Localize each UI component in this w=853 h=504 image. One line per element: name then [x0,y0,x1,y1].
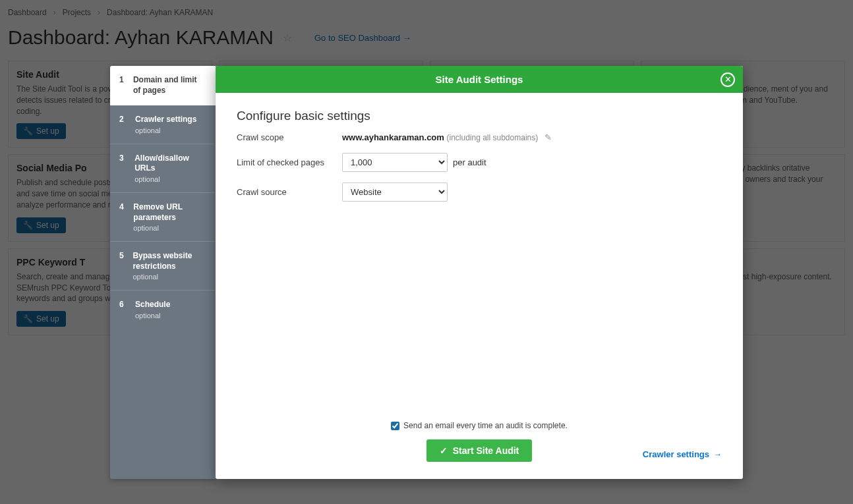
section-title: Configure basic settings [237,109,722,123]
limit-after: per audit [453,157,486,167]
modal-container: 1 Domain and limit of pages 2 Crawler se… [110,66,743,479]
wizard-step-1[interactable]: 1 Domain and limit of pages [110,66,216,105]
step-label: Remove URL parameters [133,202,182,222]
start-audit-label: Start Site Audit [453,445,519,456]
step-optional: optional [133,224,206,232]
wizard-step-4[interactable]: 4 Remove URL parametersoptional [110,193,216,242]
limit-label: Limit of checked pages [237,157,342,167]
step-label: Crawler settings [135,115,196,124]
limit-select[interactable]: 1,000 [342,153,448,172]
step-label: Schedule [135,300,170,309]
source-row: Crawl source Website [237,182,722,202]
modal-body: Configure basic settings Crawl scope www… [216,93,743,409]
step-number: 3 [119,154,127,183]
crawl-scope-label: Crawl scope [237,132,342,142]
check-icon: ✓ [440,445,448,456]
step-label: Bypass website restrictions [132,251,192,271]
email-checkbox[interactable] [391,422,399,430]
step-label: Domain and limit of pages [133,75,197,95]
modal-header: Site Audit Settings ✕ [216,66,743,93]
next-link-label: Crawler settings [643,449,709,459]
limit-row: Limit of checked pages 1,000 per audit [237,153,722,172]
wizard-step-5[interactable]: 5 Bypass website restrictionsoptional [110,242,216,291]
wizard-steps: 1 Domain and limit of pages 2 Crawler se… [110,66,216,479]
modal-footer: Send an email every time an audit is com… [216,409,743,479]
wizard-step-2[interactable]: 2 Crawler settingsoptional [110,105,216,144]
modal-title: Site Audit Settings [436,74,523,85]
step-number: 4 [119,202,125,232]
modal-panel: Site Audit Settings ✕ Configure basic se… [216,66,743,479]
step-optional: optional [134,175,206,183]
close-icon: ✕ [724,74,732,84]
step-optional: optional [135,126,196,134]
step-number: 2 [119,115,127,134]
start-audit-button[interactable]: ✓ Start Site Audit [426,439,533,462]
step-optional: optional [132,273,206,281]
email-checkbox-row[interactable]: Send an email every time an audit is com… [237,421,722,430]
close-button[interactable]: ✕ [721,72,735,87]
crawl-scope-note: (including all subdomains) [446,133,538,142]
wizard-step-3[interactable]: 3 Allow/disallow URLsoptional [110,144,216,193]
step-number: 6 [119,300,127,320]
step-optional: optional [135,312,170,320]
arrow-right-icon: → [713,449,722,459]
crawler-settings-link[interactable]: Crawler settings → [643,449,722,459]
source-select[interactable]: Website [342,182,448,202]
source-label: Crawl source [237,187,342,197]
wizard-step-6[interactable]: 6 Scheduleoptional [110,291,216,329]
step-number: 1 [119,75,125,96]
crawl-scope-value: www.ayhankaraman.com [342,132,444,142]
email-checkbox-label: Send an email every time an audit is com… [403,421,568,430]
step-label: Allow/disallow URLs [134,154,189,173]
step-number: 5 [119,251,125,281]
pencil-icon[interactable]: ✎ [544,132,552,142]
crawl-scope-row: Crawl scope www.ayhankaraman.com (includ… [237,132,722,142]
